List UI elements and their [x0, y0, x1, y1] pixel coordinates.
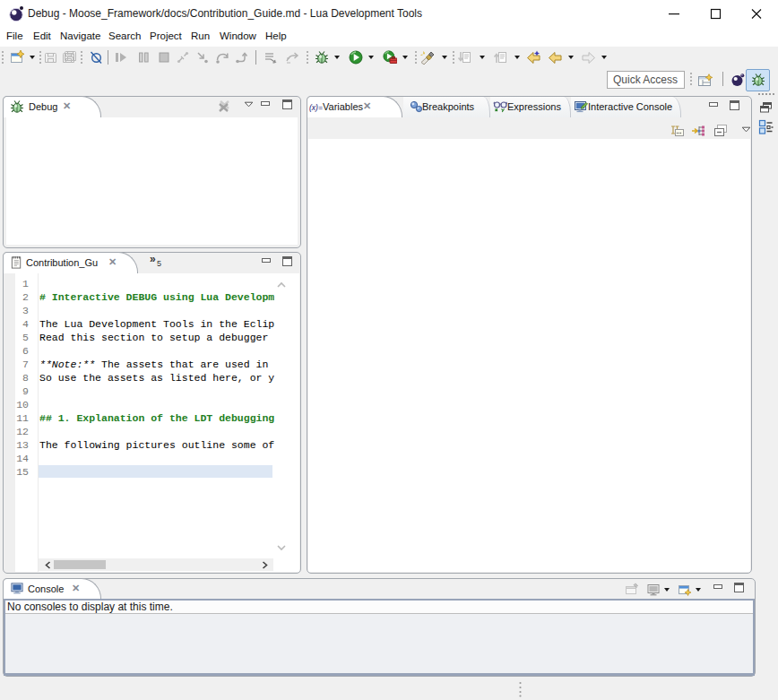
svg-text:(x)=: (x)=	[309, 103, 323, 112]
